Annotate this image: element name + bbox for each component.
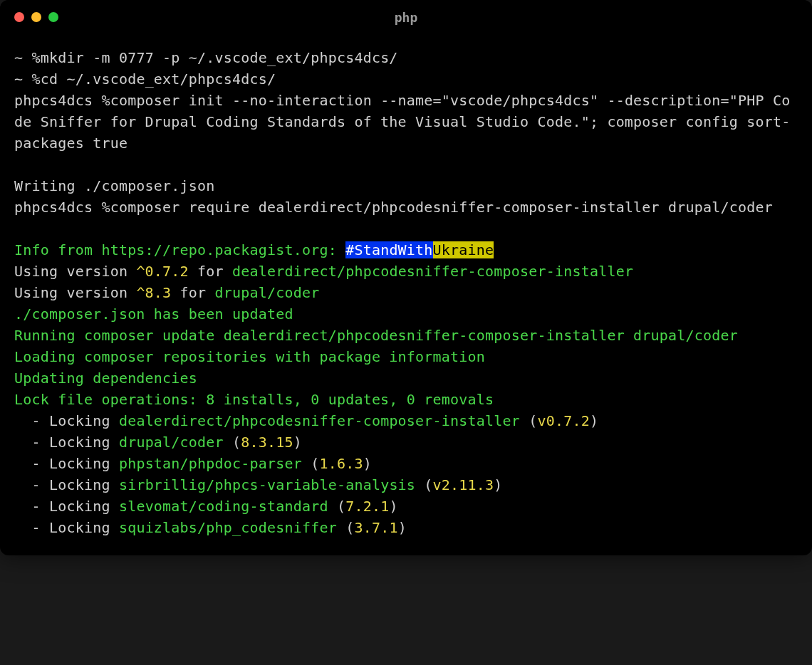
output-text: Writing ./composer.json	[14, 177, 215, 194]
titlebar: php	[0, 0, 812, 34]
prompt: ~ %	[14, 49, 41, 66]
output-text: Running composer update dealerdirect/php…	[14, 327, 738, 344]
terminal-line: Info from https://repo.packagist.org: #S…	[14, 239, 798, 261]
lock-prefix: - Locking	[14, 519, 119, 536]
version-text: ^8.3	[136, 284, 171, 301]
lock-prefix: - Locking	[14, 412, 119, 429]
lock-version: 7.2.1	[345, 498, 389, 515]
output-text: Using version	[14, 284, 136, 301]
output-text: Loading composer repositories with packa…	[14, 348, 485, 365]
lock-line: - Locking phpstan/phpdoc-parser (1.6.3)	[14, 453, 798, 474]
blank-line	[14, 218, 798, 239]
lock-line: - Locking drupal/coder (8.3.15)	[14, 431, 798, 453]
output-text: for	[189, 263, 232, 280]
output-text: Updating dependencies	[14, 370, 197, 387]
terminal-line: ./composer.json has been updated	[14, 303, 798, 325]
prompt: ~ %	[14, 70, 41, 88]
lock-package: dealerdirect/phpcodesniffer-composer-ins…	[119, 412, 520, 429]
terminal-line: Using version ^0.7.2 for dealerdirect/ph…	[14, 261, 798, 282]
command-text: mkdir -m 0777 -p ~/.vscode_ext/phpcs4dcs…	[41, 49, 398, 66]
window-title: php	[395, 10, 418, 25]
output-text: Info from https://repo.packagist.org:	[14, 241, 345, 258]
output-text: Using version	[14, 263, 136, 280]
lock-line: - Locking dealerdirect/phpcodesniffer-co…	[14, 410, 798, 431]
banner-blue: #StandWith	[345, 241, 432, 258]
package-text: dealerdirect/phpcodesniffer-composer-ins…	[232, 263, 633, 280]
command-text: composer require dealerdirect/phpcodesni…	[110, 199, 773, 216]
prompt: phpcs4dcs %	[14, 92, 110, 109]
paren-close: )	[398, 519, 407, 536]
lock-line: - Locking slevomat/coding-standard (7.2.…	[14, 496, 798, 517]
paren-open: (	[520, 412, 537, 429]
paren-open: (	[328, 498, 345, 515]
close-icon[interactable]	[14, 12, 24, 22]
lock-version: v0.7.2	[537, 412, 589, 429]
output-text: ./composer.json has been updated	[14, 305, 293, 323]
paren-open: (	[337, 519, 354, 536]
lock-line: - Locking squizlabs/php_codesniffer (3.7…	[14, 517, 798, 538]
terminal-line: Writing ./composer.json	[14, 175, 798, 197]
lock-prefix: - Locking	[14, 455, 119, 472]
lock-line: - Locking sirbrillig/phpcs-variable-anal…	[14, 474, 798, 496]
lock-prefix: - Locking	[14, 434, 119, 451]
lock-package: squizlabs/php_codesniffer	[119, 519, 337, 536]
terminal-line: ~ %mkdir -m 0777 -p ~/.vscode_ext/phpcs4…	[14, 47, 798, 68]
terminal-line: phpcs4dcs %composer init --no-interactio…	[14, 90, 798, 154]
paren-close: )	[363, 455, 372, 472]
terminal-body[interactable]: ~ %mkdir -m 0777 -p ~/.vscode_ext/phpcs4…	[0, 34, 812, 555]
maximize-icon[interactable]	[48, 12, 58, 22]
terminal-line: Running composer update dealerdirect/php…	[14, 325, 798, 346]
terminal-line: phpcs4dcs %composer require dealerdirect…	[14, 197, 798, 218]
terminal-line: Using version ^8.3 for drupal/coder	[14, 282, 798, 303]
lock-version: 8.3.15	[241, 434, 293, 451]
lock-package: sirbrillig/phpcs-variable-analysis	[119, 476, 415, 493]
blank-line	[14, 154, 798, 175]
terminal-line: Loading composer repositories with packa…	[14, 346, 798, 367]
lock-version: v2.11.3	[433, 476, 494, 493]
version-text: ^0.7.2	[136, 263, 188, 280]
traffic-lights	[14, 12, 58, 22]
prompt: phpcs4dcs %	[14, 199, 110, 216]
lock-version: 1.6.3	[319, 455, 363, 472]
command-text: composer init --no-interaction --name="v…	[14, 92, 790, 152]
lock-package: drupal/coder	[119, 434, 224, 451]
output-text: for	[171, 284, 214, 301]
paren-open: (	[302, 455, 319, 472]
locks-list: - Locking dealerdirect/phpcodesniffer-co…	[14, 410, 798, 538]
paren-close: )	[389, 498, 397, 515]
paren-open: (	[224, 434, 241, 451]
terminal-line: ~ %cd ~/.vscode_ext/phpcs4dcs/	[14, 68, 798, 90]
paren-open: (	[415, 476, 432, 493]
minimize-icon[interactable]	[31, 12, 41, 22]
banner-yellow: Ukraine	[433, 241, 494, 258]
lock-package: slevomat/coding-standard	[119, 498, 328, 515]
command-text: cd ~/.vscode_ext/phpcs4dcs/	[41, 70, 276, 88]
paren-close: )	[293, 434, 302, 451]
lock-prefix: - Locking	[14, 476, 119, 493]
lock-package: phpstan/phpdoc-parser	[119, 455, 302, 472]
package-text: drupal/coder	[215, 284, 320, 301]
terminal-window: php ~ %mkdir -m 0777 -p ~/.vscode_ext/ph…	[0, 0, 812, 555]
lock-version: 3.7.1	[354, 519, 397, 536]
paren-close: )	[590, 412, 598, 429]
terminal-line: Updating dependencies	[14, 367, 798, 389]
lock-prefix: - Locking	[14, 498, 119, 515]
output-text: Lock file operations: 8 installs, 0 upda…	[14, 391, 494, 408]
paren-close: )	[494, 476, 502, 493]
terminal-line: Lock file operations: 8 installs, 0 upda…	[14, 389, 798, 410]
